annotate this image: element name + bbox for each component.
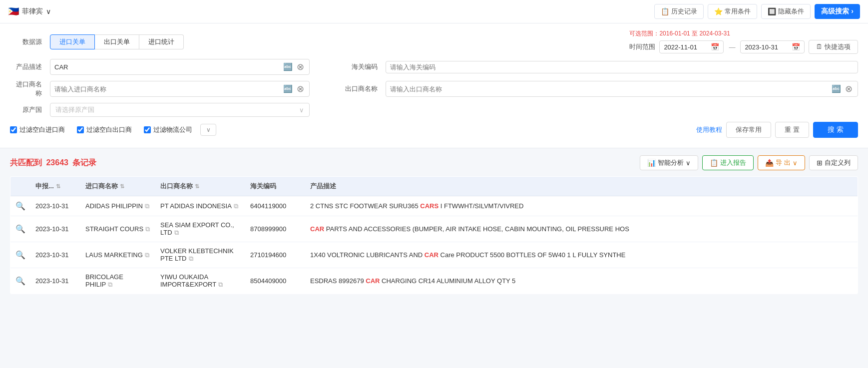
ds-btn-stats[interactable]: 进口统计	[139, 34, 184, 49]
sort-date-icon[interactable]: ⇅	[56, 183, 60, 189]
copy-exporter-icon[interactable]: ⧉	[189, 255, 193, 262]
cell-exporter: YIWU OUKAIDA IMPORT&EXPORT⧉	[155, 268, 245, 294]
copy-importer-icon[interactable]: ⧉	[145, 225, 150, 233]
columns-icon: ⊞	[817, 159, 823, 167]
origin-placeholder: 请选择原产国	[55, 105, 94, 114]
date-from-input-wrap: 2022-11-01 📅	[659, 40, 724, 53]
copy-importer-icon[interactable]: ⧉	[145, 202, 149, 210]
cb-filter-importer[interactable]: 过滤空白进口商	[10, 125, 65, 134]
th-hs-code: 海关编码	[245, 177, 305, 196]
copy-importer-icon[interactable]: ⧉	[145, 251, 149, 259]
quick-select-button[interactable]: 🗓 快捷选项	[809, 40, 858, 54]
row-search-icon[interactable]: 🔍	[15, 225, 25, 233]
cell-description: CAR PARTS AND ACCESSORIES (BUMPER, AIR I…	[305, 216, 858, 242]
clear-exporter-icon[interactable]: ⊗	[844, 83, 854, 94]
region-selector[interactable]: 🇵🇭 菲律宾 ∨	[8, 6, 51, 17]
cell-description: ESDRAS 8992679 CAR CHARGING CR14 ALUMINI…	[305, 268, 858, 294]
calendar-from-icon[interactable]: 📅	[711, 43, 719, 51]
desc-text: ESDRAS 8992679	[310, 277, 366, 285]
history-label: 历史记录	[671, 7, 697, 16]
cb-filter-exporter-label: 过滤空白出口商	[86, 125, 132, 134]
importer-label: 进口商名称	[10, 80, 42, 98]
clear-importer-icon[interactable]: ⊗	[296, 83, 305, 94]
cb-filter-logistics[interactable]: 过滤物流公司	[144, 125, 192, 134]
favorites-button[interactable]: ⭐ 常用条件	[708, 4, 757, 19]
origin-select[interactable]: 请选择原产国 ∨	[50, 103, 310, 117]
origin-chevron-icon: ∨	[299, 106, 304, 114]
save-button[interactable]: 保存常用	[726, 122, 771, 138]
highlight-text: CAR	[366, 277, 380, 285]
search-button[interactable]: 搜 索	[813, 122, 858, 138]
data-table: 申报...⇅ 进口商名称⇅ 出口商名称⇅ 海关编码 产品描述 🔍2023-10-…	[10, 176, 858, 294]
date-to-input[interactable]: 2023-10-31	[745, 43, 790, 51]
row-search-icon[interactable]: 🔍	[15, 202, 25, 210]
smart-analysis-button[interactable]: 📊 智能分析 ∨	[640, 155, 698, 170]
calendar-to-icon[interactable]: 📅	[792, 43, 800, 51]
th-description: 产品描述	[305, 177, 858, 196]
star-icon: ⭐	[714, 7, 723, 15]
quick-icon: 🗓	[816, 43, 823, 50]
th-importer: 进口商名称⇅	[80, 177, 155, 196]
ds-btn-import[interactable]: 进口关单	[50, 34, 95, 49]
cell-date: 2023-10-31	[30, 268, 80, 294]
report-icon: 📋	[710, 159, 718, 167]
product-desc-input-wrap: 🔤 ⊗	[50, 59, 310, 75]
copy-importer-icon[interactable]: ⧉	[108, 281, 112, 288]
table-row: 🔍2023-10-31ADIDAS PHILIPPIN⧉PT ADIDAS IN…	[10, 196, 858, 216]
cell-description: 1X40 VOLTRONIC LUBRICANTS AND CAR Care P…	[305, 242, 858, 268]
highlight-text: CARS	[420, 202, 438, 210]
copy-exporter-icon[interactable]: ⧉	[234, 202, 238, 210]
reset-button[interactable]: 重 置	[775, 122, 809, 138]
expand-icon: ∨	[206, 126, 211, 133]
hide-conditions-button[interactable]: 🔲 隐藏条件	[761, 4, 811, 19]
copy-exporter-icon[interactable]: ⧉	[218, 281, 223, 288]
exporter-label: 出口商名称	[338, 84, 378, 93]
row-search-icon[interactable]: 🔍	[15, 277, 25, 285]
row-product: 产品描述 🔤 ⊗ 海关编码	[10, 59, 858, 75]
desc-text: 1X40 VOLTRONIC LUBRICANTS AND	[310, 251, 425, 259]
highlight-text: CAR	[310, 225, 324, 233]
importer-input[interactable]	[54, 85, 280, 93]
sort-exporter-icon[interactable]: ⇅	[195, 183, 199, 189]
advanced-search-button[interactable]: 高级搜索 ›	[815, 4, 860, 19]
table-row: 🔍2023-10-31BRICOLAGE PHILIP⧉YIWU OUKAIDA…	[10, 268, 858, 294]
custom-columns-button[interactable]: ⊞ 自定义列	[809, 155, 858, 170]
cell-date: 2023-10-31	[30, 196, 80, 216]
date-from-input[interactable]: 2022-11-01	[664, 43, 709, 51]
exporter-input[interactable]	[390, 85, 829, 93]
cell-exporter: VOLKER KLEBTECHNIK PTE LTD⧉	[155, 242, 245, 268]
tutorial-link[interactable]: 使用教程	[696, 125, 722, 134]
date-to-input-wrap: 2023-10-31 📅	[740, 40, 805, 53]
expand-button[interactable]: ∨	[200, 124, 216, 136]
desc-text: I FTWWHT/SILVMT/VIVRED	[438, 202, 523, 210]
hs-code-input[interactable]	[390, 63, 854, 71]
results-count: 共匹配到 23643 条记录	[10, 158, 96, 168]
cell-hs-code: 2710194600	[245, 242, 305, 268]
analysis-dropdown-icon: ∨	[686, 159, 691, 167]
date-range-hint: 可选范围：2016-01-01 至 2024-03-31	[629, 29, 730, 38]
highlight-text: CAR	[425, 251, 438, 259]
date-range-label: 时间范围	[629, 42, 655, 51]
checkbox-group: 过滤空白进口商 过滤空白出口商 过滤物流公司	[10, 125, 192, 134]
desc-text: 2 CTNS STC FOOTWEAR SURU365	[310, 202, 420, 210]
exporter-translate-icon[interactable]: 🔤	[831, 84, 842, 93]
cb-filter-exporter[interactable]: 过滤空白出口商	[77, 125, 132, 134]
importer-translate-icon[interactable]: 🔤	[282, 84, 294, 93]
table-row: 🔍2023-10-31STRAIGHT COURS⧉SEA SIAM EXPOR…	[10, 216, 858, 242]
cb-filter-importer-label: 过滤空白进口商	[19, 125, 65, 134]
product-desc-input[interactable]	[54, 63, 280, 71]
cell-importer: ADIDAS PHILIPPIN⧉	[80, 196, 155, 216]
row-search-icon[interactable]: 🔍	[15, 251, 25, 259]
results-prefix: 共匹配到	[10, 158, 42, 167]
translate-icon[interactable]: 🔤	[282, 62, 294, 71]
enter-report-button[interactable]: 📋 进入报告	[702, 155, 754, 170]
copy-exporter-icon[interactable]: ⧉	[174, 229, 179, 236]
sort-importer-icon[interactable]: ⇅	[120, 183, 124, 189]
export-button[interactable]: 📤 导 出 ∨	[758, 155, 805, 170]
date-separator: —	[729, 43, 735, 51]
history-button[interactable]: 📋 历史记录	[654, 4, 704, 19]
cell-description: 2 CTNS STC FOOTWEAR SURU365 CARS I FTWWH…	[305, 196, 858, 216]
ds-btn-export[interactable]: 出口关单	[95, 34, 139, 49]
clear-product-icon[interactable]: ⊗	[296, 61, 305, 72]
datasource-buttons: 进口关单 出口关单 进口统计	[50, 34, 184, 49]
